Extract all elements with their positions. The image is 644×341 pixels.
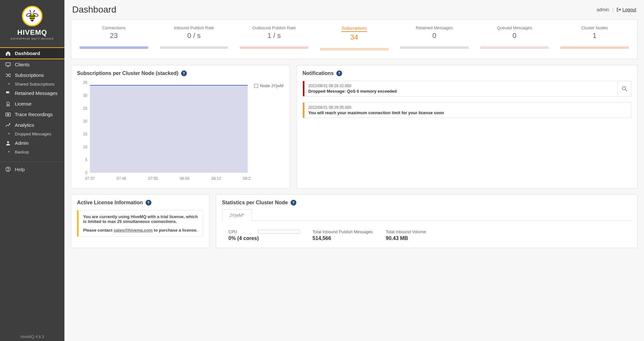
svg-text:15: 15 <box>83 132 88 136</box>
stat-inbound-msgs: Total Inbound Publish Messages 514,566 <box>312 229 373 241</box>
kpi-sparkbar <box>400 46 469 49</box>
nav-label: Subscriptions <box>15 72 44 78</box>
svg-line-33 <box>625 89 627 91</box>
inbound-msgs-label: Total Inbound Publish Messages <box>312 229 373 234</box>
nav-dashboard[interactable]: Dashboard <box>0 47 64 59</box>
help-icon[interactable]: ? <box>146 200 151 206</box>
nav-admin[interactable]: Admin <box>0 138 64 148</box>
top-right: admin | Logout <box>597 7 636 12</box>
home-icon <box>5 51 12 56</box>
stats-panel: Statistics per Cluster Node ? JYjwM* CPU… <box>216 194 638 248</box>
nav-license[interactable]: License <box>0 98 64 109</box>
stat-inbound-vol: Total Inbound Volume 90.43 MB <box>386 229 426 241</box>
kpi-sparkbar <box>80 46 148 49</box>
svg-text:25: 25 <box>83 106 88 111</box>
stats-row: CPU 0% (4 cores) Total Inbound Publish M… <box>222 221 631 241</box>
svg-text:07:37: 07:37 <box>85 176 95 181</box>
nav-label: Analytics <box>15 122 34 128</box>
kpi-value: 0 <box>399 32 470 40</box>
license-title: Active License Information <box>77 200 143 206</box>
help-icon[interactable]: ? <box>336 70 342 76</box>
kpi-card[interactable]: Subscriptions34 <box>314 25 394 51</box>
subscriptions-chart: 0510152025303507:3707:4607:5508:0408:130… <box>77 79 251 182</box>
logout-text: Logout <box>622 7 636 12</box>
help-icon[interactable]: ? <box>291 200 296 206</box>
kpi-label: Outbound Publish Rate <box>238 25 310 30</box>
svg-text:07:55: 07:55 <box>148 176 158 181</box>
nav-shared-subscriptions[interactable]: Shared Subscriptions <box>0 80 64 88</box>
license-callout: You are currently using HiveMQ with a tr… <box>77 210 203 237</box>
kpi-label: Inbound Publish Rate <box>159 25 230 30</box>
stat-cpu: CPU 0% (4 cores) <box>228 229 300 241</box>
svg-point-32 <box>622 87 626 90</box>
chart-title: Subscriptions per Cluster Node (stacked) <box>77 70 178 76</box>
nav-label: Trace Recordings <box>15 112 53 117</box>
kpi-label: Connections <box>78 25 149 30</box>
notification-item[interactable]: 2022/08/31 08:28:35.000You will reach yo… <box>303 102 631 118</box>
brand-logo: HIVEMQ ENTERPRISE MQTT BROKER <box>0 0 64 45</box>
kpi-value: 0 / s <box>159 32 230 40</box>
nav-help[interactable]: Help <box>0 162 64 177</box>
flag-icon <box>5 91 12 96</box>
notif-message: Dropped Message: QoS 0 memory exceeded <box>308 89 614 94</box>
nav-label: Admin <box>15 140 29 146</box>
bee-icon <box>26 10 39 23</box>
help-section: Help <box>0 161 64 177</box>
notif-body: 2022/08/31 08:28:35.000You will reach yo… <box>304 103 631 118</box>
kpi-value: 23 <box>78 32 149 40</box>
notifications-title: Notifications <box>303 70 334 76</box>
notif-search-button[interactable] <box>618 81 631 96</box>
nav-subscriptions[interactable]: Subscriptions <box>0 70 64 80</box>
nav-backup[interactable]: Backup <box>0 148 64 156</box>
svg-text:08:04: 08:04 <box>180 176 189 181</box>
logout-link[interactable]: Logout <box>617 7 636 12</box>
svg-line-5 <box>30 11 31 13</box>
svg-rect-2 <box>30 18 35 19</box>
topbar: Dashboard admin | Logout <box>71 0 638 19</box>
svg-text:07:46: 07:46 <box>117 176 126 181</box>
stats-tabbar: JYjwM* <box>222 209 631 221</box>
svg-text:5: 5 <box>85 158 87 162</box>
nav-trace-recordings[interactable]: Trace Recordings <box>0 109 64 120</box>
notifications-panel: Notifications ? 2022/08/31 08:28:32.000D… <box>296 65 638 189</box>
kpi-card[interactable]: Connections23 <box>74 25 154 51</box>
kpi-card[interactable]: Retained Messages0 <box>394 25 475 51</box>
notif-message: You will reach your maximum connection l… <box>308 110 627 115</box>
record-icon <box>5 112 12 117</box>
kpi-card[interactable]: Inbound Publish Rate0 / s <box>154 25 234 51</box>
svg-point-8 <box>34 10 35 11</box>
search-icon <box>622 86 628 92</box>
svg-text:35: 35 <box>83 80 88 85</box>
kpi-card[interactable]: Cluster Nodes1 <box>554 25 635 51</box>
sales-email-link[interactable]: sales@hivemq.com <box>114 228 153 233</box>
brand-tagline: ENTERPRISE MQTT BROKER <box>0 37 64 40</box>
kpi-label: Cluster Nodes <box>559 25 630 30</box>
chart-panel: Subscriptions per Cluster Node (stacked)… <box>71 65 290 189</box>
kpi-card[interactable]: Outbound Publish Rate1 / s <box>234 25 314 51</box>
license-text-1: You are currently using HiveMQ with a tr… <box>83 214 198 224</box>
nav-sub-label: Shared Subscriptions <box>15 82 55 87</box>
notification-item[interactable]: 2022/08/31 08:28:32.000Dropped Message: … <box>303 81 631 97</box>
kpi-sparkbar <box>160 46 228 49</box>
kpi-label: Subscriptions <box>341 26 367 32</box>
user-icon <box>5 141 12 146</box>
nav-label: Help <box>15 167 25 172</box>
chart-line-icon <box>5 123 12 127</box>
svg-text:08:22: 08:22 <box>243 176 251 181</box>
legend-item[interactable]: Node JYjwM <box>254 83 284 88</box>
nav-clients[interactable]: Clients <box>0 59 64 70</box>
brand-name: HIVEMQ <box>0 28 64 37</box>
nav-label: License <box>15 101 32 106</box>
monitor-icon <box>5 62 12 67</box>
help-icon[interactable]: ? <box>181 70 187 76</box>
kpi-card[interactable]: Queued Messages0 <box>475 25 555 51</box>
kpi-label: Retained Messages <box>399 25 470 30</box>
node-tab[interactable]: JYjwM* <box>222 209 252 221</box>
nav-analytics[interactable]: Analytics <box>0 120 64 130</box>
nav-retained-messages[interactable]: Retained Messages <box>0 88 64 98</box>
nav-dropped-messages[interactable]: Dropped Messages <box>0 130 64 138</box>
version-label: HiveMQ 4.8.3 <box>0 335 64 339</box>
svg-line-6 <box>34 11 34 13</box>
logo-badge <box>22 6 43 26</box>
sidebar: HIVEMQ ENTERPRISE MQTT BROKER Dashboard … <box>0 0 64 341</box>
